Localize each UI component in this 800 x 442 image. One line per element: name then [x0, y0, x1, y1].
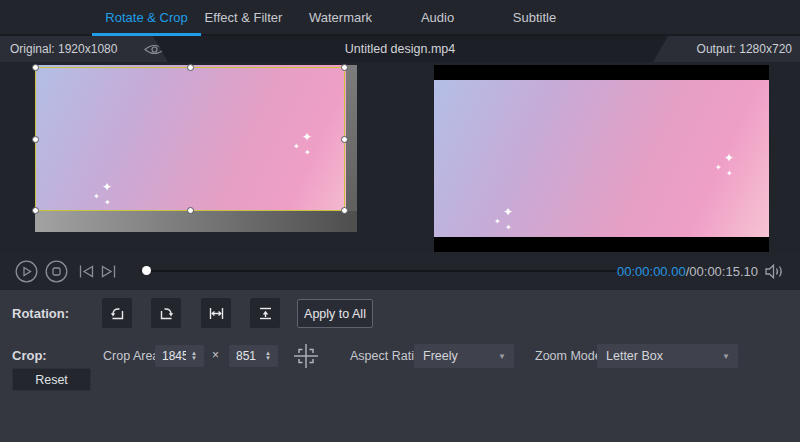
- seek-slider[interactable]: [140, 252, 620, 290]
- total-time: 00:00:15.10: [689, 264, 758, 279]
- rotate-left-button[interactable]: [102, 298, 132, 328]
- dropdown-caret-icon: ▼: [722, 352, 738, 361]
- preview-eye-icon[interactable]: [143, 43, 166, 56]
- crop-label: Crop:: [12, 348, 47, 363]
- crop-area-label: Crop Area:: [103, 349, 163, 363]
- previous-frame-button[interactable]: [74, 259, 98, 283]
- tab-label: Audio: [421, 10, 454, 25]
- stop-button[interactable]: [44, 259, 68, 283]
- preview-header: Untitled design.mp4 Original: 1920x1080 …: [0, 36, 800, 62]
- play-button[interactable]: [14, 259, 38, 283]
- output-size-tab: Output: 1280x720: [653, 36, 800, 62]
- apply-to-all-button[interactable]: Apply to All: [297, 299, 373, 328]
- volume-icon[interactable]: [762, 259, 786, 283]
- crop-handle-top-center[interactable]: [187, 64, 194, 71]
- rotate-right-button[interactable]: [151, 298, 181, 328]
- tab-label: Watermark: [309, 10, 372, 25]
- output-video-content: ✦✦✦ ✦✦✦: [434, 80, 769, 237]
- tab-audio[interactable]: Audio: [389, 0, 486, 34]
- preview-area: ✦✦✦ ✦✦✦ ✦✦✦ ✦✦✦: [0, 62, 800, 252]
- crop-position-icon[interactable]: [291, 342, 321, 370]
- crop-handle-top-right[interactable]: [341, 64, 348, 71]
- dropdown-caret-icon: ▼: [498, 352, 514, 361]
- zoom-mode-dropdown[interactable]: Letter Box ▼: [597, 344, 738, 368]
- tab-label: Rotate & Crop: [105, 10, 187, 25]
- tab-label: Subtitle: [513, 10, 556, 25]
- crop-selection-box[interactable]: [35, 67, 345, 211]
- next-frame-button[interactable]: [96, 259, 120, 283]
- original-size-tab: Original: 1920x1080: [0, 36, 168, 62]
- crop-handle-mid-left[interactable]: [32, 136, 39, 143]
- crop-handle-bottom-right[interactable]: [341, 207, 348, 214]
- seek-slider-thumb[interactable]: [142, 266, 151, 275]
- reset-button[interactable]: Reset: [12, 368, 91, 391]
- stepper-down-icon[interactable]: ▼: [265, 356, 271, 361]
- tab-watermark[interactable]: Watermark: [292, 0, 389, 34]
- sparkle-decoration: ✦✦✦: [494, 206, 520, 236]
- crop-width-field: ▲ ▼: [155, 345, 204, 367]
- output-size-label: Output: 1280x720: [697, 42, 792, 56]
- crop-handle-mid-right[interactable]: [341, 136, 348, 143]
- tab-label: Effect & Filter: [205, 10, 283, 25]
- crop-width-stepper[interactable]: ▲ ▼: [186, 345, 202, 367]
- aspect-ratio-dropdown[interactable]: Freely ▼: [414, 344, 514, 368]
- zoom-mode-label: Zoom Mode:: [535, 349, 605, 363]
- crop-height-input[interactable]: [229, 345, 260, 367]
- seek-slider-track[interactable]: [140, 270, 620, 272]
- crop-width-input[interactable]: [155, 345, 186, 367]
- crop-handle-bottom-center[interactable]: [187, 207, 194, 214]
- crop-excluded-bottom: [35, 211, 357, 232]
- top-tab-bar: Rotate & Crop Effect & Filter Watermark …: [0, 0, 800, 36]
- crop-height-field: ▲ ▼: [229, 345, 278, 367]
- zoom-mode-value: Letter Box: [597, 349, 722, 363]
- tab-rotate-crop[interactable]: Rotate & Crop: [98, 0, 195, 34]
- current-time: 00:00:00.00: [617, 264, 686, 279]
- time-display: 00:00:00.00/00:00:15.10: [617, 252, 758, 290]
- multiply-sign: ×: [212, 348, 219, 362]
- original-size-label: Original: 1920x1080: [10, 42, 117, 56]
- tab-subtitle[interactable]: Subtitle: [486, 0, 583, 34]
- crop-handle-top-left[interactable]: [32, 64, 39, 71]
- aspect-ratio-value: Freely: [414, 349, 498, 363]
- playback-bar: 00:00:00.00/00:00:15.10: [0, 252, 800, 290]
- output-video-frame: ✦✦✦ ✦✦✦: [434, 65, 769, 252]
- sparkle-decoration: ✦✦✦: [715, 152, 741, 182]
- rotation-label: Rotation:: [12, 306, 69, 321]
- crop-handle-bottom-left[interactable]: [32, 207, 39, 214]
- tab-effect-filter[interactable]: Effect & Filter: [195, 0, 292, 34]
- flip-vertical-button[interactable]: [250, 298, 280, 328]
- edit-controls-panel: Rotation: Apply to All Crop: Crop Area: …: [0, 290, 800, 442]
- flip-horizontal-button[interactable]: [201, 298, 231, 328]
- original-video-frame: ✦✦✦ ✦✦✦: [35, 65, 357, 232]
- crop-height-stepper[interactable]: ▲ ▼: [260, 345, 276, 367]
- stepper-down-icon[interactable]: ▼: [191, 356, 197, 361]
- crop-excluded-right: [346, 65, 357, 232]
- video-editor-window: Rotate & Crop Effect & Filter Watermark …: [0, 0, 800, 442]
